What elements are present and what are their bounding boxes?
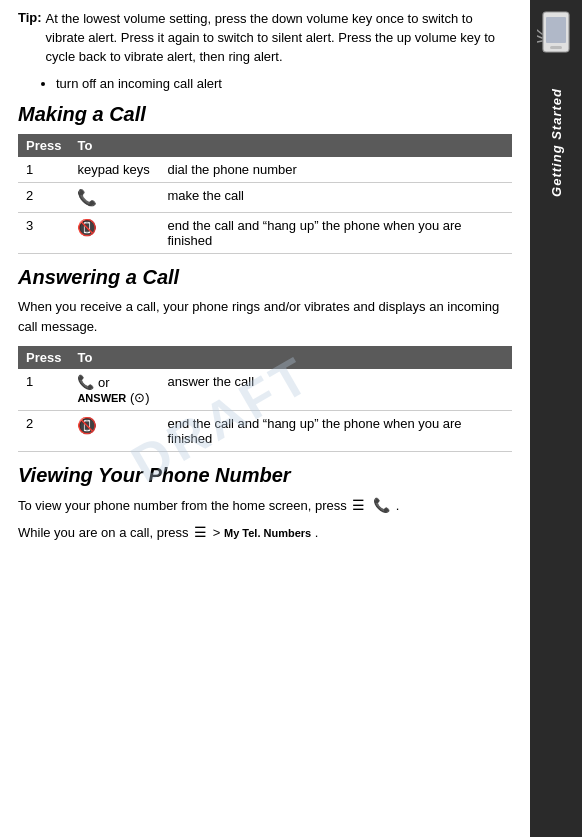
to-cell: answer the call <box>159 369 512 411</box>
tip-label: Tip: <box>18 10 42 25</box>
answering-col1-header: Press <box>18 346 69 369</box>
row-num: 2 <box>18 411 69 452</box>
making-col1-header: Press <box>18 134 69 157</box>
making-col2-header: To <box>69 134 512 157</box>
making-call-heading: Making a Call <box>18 103 512 126</box>
press-cell: 📵 <box>69 411 159 452</box>
sidebar-label: Getting Started <box>549 88 564 197</box>
row-num: 1 <box>18 369 69 411</box>
menu-key-icon: ☰ <box>352 497 365 513</box>
answering-col2-header: To <box>69 346 512 369</box>
viewing-para1: To view your phone number from the home … <box>18 495 512 516</box>
sidebar: Getting Started <box>530 0 582 837</box>
row-num: 3 <box>18 213 69 254</box>
viewing-heading: Viewing Your Phone Number <box>18 464 512 487</box>
svg-rect-2 <box>550 46 562 49</box>
answer-paren: (⊙) <box>130 390 150 405</box>
svg-rect-1 <box>546 17 566 43</box>
end-key-icon: 📵 <box>77 219 97 236</box>
end-key-icon2: 📵 <box>77 417 97 434</box>
press-cell: 📞 or ANSWER (⊙) <box>69 369 159 411</box>
answering-description: When you receive a call, your phone ring… <box>18 297 512 336</box>
tip-text: At the lowest volume setting, press the … <box>46 10 512 67</box>
bullet-item: turn off an incoming call alert <box>56 75 512 94</box>
to-cell: dial the phone number <box>159 157 512 183</box>
press-cell: 📵 <box>69 213 159 254</box>
table-row: 2 📵 end the call and “hang up” the phone… <box>18 411 512 452</box>
press-cell: 📞 <box>69 183 159 213</box>
svg-line-5 <box>537 41 542 42</box>
my-tel-numbers-label: My Tel. Numbers <box>224 527 311 539</box>
to-cell: end the call and “hang up” the phone whe… <box>159 411 512 452</box>
table-row: 1 📞 or ANSWER (⊙) answer the call <box>18 369 512 411</box>
menu-key-icon2: ☰ <box>194 524 207 540</box>
phone-icon <box>537 10 575 58</box>
answering-call-heading: Answering a Call <box>18 266 512 289</box>
viewing-section: To view your phone number from the home … <box>18 495 512 543</box>
svg-line-4 <box>537 36 542 38</box>
table-row: 3 📵 end the call and “hang up” the phone… <box>18 213 512 254</box>
table-row: 1 keypad keys dial the phone number <box>18 157 512 183</box>
to-cell: make the call <box>159 183 512 213</box>
send-key-icon: 📞 <box>77 374 94 390</box>
to-cell: end the call and “hang up” the phone whe… <box>159 213 512 254</box>
press-cell: keypad keys <box>69 157 159 183</box>
making-call-table: Press To 1 keypad keys dial the phone nu… <box>18 134 512 254</box>
tip-section: Tip: At the lowest volume setting, press… <box>18 10 512 67</box>
table-row: 2 📞 make the call <box>18 183 512 213</box>
answer-label: ANSWER <box>77 392 126 404</box>
send-key-icon: 📞 <box>77 189 97 206</box>
answering-call-table: Press To 1 📞 or ANSWER (⊙) answer the ca… <box>18 346 512 452</box>
row-num: 2 <box>18 183 69 213</box>
row-num: 1 <box>18 157 69 183</box>
bullet-list: turn off an incoming call alert <box>38 75 512 94</box>
send-key-icon2: 📞 <box>373 497 390 513</box>
viewing-para2: While you are on a call, press ☰ > My Te… <box>18 522 512 543</box>
svg-line-3 <box>537 30 542 34</box>
